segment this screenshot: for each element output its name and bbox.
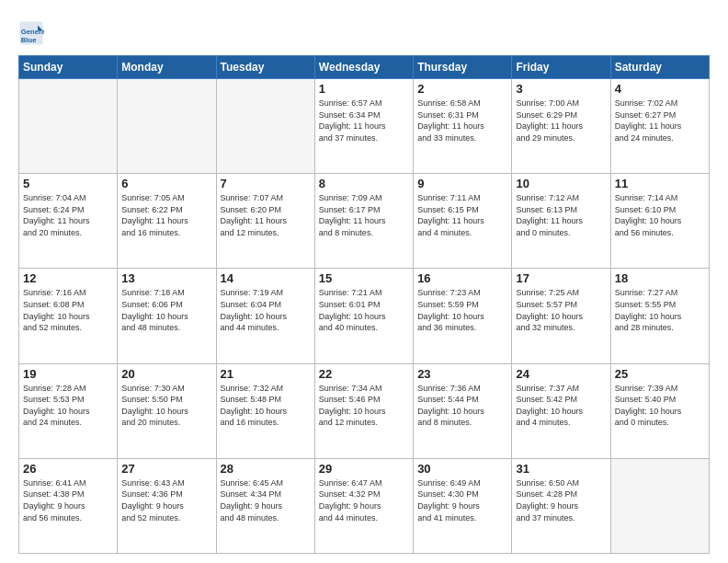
calendar-cell: 11Sunrise: 7:14 AM Sunset: 6:10 PM Dayli… (610, 174, 709, 269)
cell-day-number: 17 (516, 271, 606, 285)
cell-info: Sunrise: 7:23 AM Sunset: 5:59 PM Dayligh… (417, 287, 507, 333)
cell-day-number: 8 (319, 177, 409, 190)
logo: General Blue (18, 20, 48, 46)
calendar-week-1: 5Sunrise: 7:04 AM Sunset: 6:24 PM Daylig… (19, 174, 710, 269)
calendar-week-3: 19Sunrise: 7:28 AM Sunset: 5:53 PM Dayli… (19, 363, 710, 458)
cell-info: Sunrise: 7:11 AM Sunset: 6:15 PM Dayligh… (417, 192, 507, 238)
cell-info: Sunrise: 7:05 AM Sunset: 6:22 PM Dayligh… (121, 192, 211, 238)
logo-icon: General Blue (18, 20, 44, 46)
calendar-week-0: 1Sunrise: 6:57 AM Sunset: 6:34 PM Daylig… (19, 79, 710, 174)
cell-day-number: 10 (516, 177, 606, 190)
cell-info: Sunrise: 7:21 AM Sunset: 6:01 PM Dayligh… (319, 287, 409, 333)
cell-info: Sunrise: 7:16 AM Sunset: 6:08 PM Dayligh… (23, 287, 113, 333)
calendar-cell: 6Sunrise: 7:05 AM Sunset: 6:22 PM Daylig… (118, 174, 216, 269)
calendar-cell: 17Sunrise: 7:25 AM Sunset: 5:57 PM Dayli… (512, 269, 610, 363)
cell-info: Sunrise: 7:37 AM Sunset: 5:42 PM Dayligh… (516, 383, 606, 429)
cell-info: Sunrise: 6:58 AM Sunset: 6:31 PM Dayligh… (417, 98, 507, 144)
cell-day-number: 29 (319, 462, 409, 476)
calendar-cell (216, 79, 314, 174)
cell-info: Sunrise: 7:27 AM Sunset: 5:55 PM Dayligh… (615, 287, 705, 333)
calendar-cell: 7Sunrise: 7:07 AM Sunset: 6:20 PM Daylig… (216, 174, 314, 269)
cell-day-number: 12 (23, 271, 113, 285)
cell-day-number: 11 (615, 177, 705, 190)
cell-info: Sunrise: 7:39 AM Sunset: 5:40 PM Dayligh… (615, 383, 705, 429)
cell-day-number: 7 (221, 177, 311, 190)
calendar-cell: 22Sunrise: 7:34 AM Sunset: 5:46 PM Dayli… (314, 363, 413, 458)
cell-day-number: 31 (516, 462, 606, 476)
calendar-cell: 16Sunrise: 7:23 AM Sunset: 5:59 PM Dayli… (414, 269, 512, 363)
cell-day-number: 24 (516, 367, 606, 381)
cell-day-number: 1 (319, 82, 409, 96)
cell-day-number: 4 (615, 82, 705, 96)
calendar-cell: 3Sunrise: 7:00 AM Sunset: 6:29 PM Daylig… (512, 79, 610, 174)
calendar-cell: 8Sunrise: 7:09 AM Sunset: 6:17 PM Daylig… (314, 174, 413, 269)
cell-info: Sunrise: 7:07 AM Sunset: 6:20 PM Dayligh… (221, 192, 311, 238)
calendar-cell: 10Sunrise: 7:12 AM Sunset: 6:13 PM Dayli… (512, 174, 610, 269)
cell-day-number: 14 (221, 271, 311, 285)
calendar-cell (610, 458, 709, 553)
calendar-header-row: SundayMondayTuesdayWednesdayThursdayFrid… (19, 56, 710, 79)
calendar-cell: 5Sunrise: 7:04 AM Sunset: 6:24 PM Daylig… (19, 174, 118, 269)
calendar-header-wednesday: Wednesday (314, 56, 413, 79)
cell-info: Sunrise: 6:50 AM Sunset: 4:28 PM Dayligh… (516, 477, 606, 523)
cell-day-number: 15 (319, 271, 409, 285)
cell-info: Sunrise: 7:04 AM Sunset: 6:24 PM Dayligh… (23, 192, 113, 238)
calendar-cell: 13Sunrise: 7:18 AM Sunset: 6:06 PM Dayli… (118, 269, 216, 363)
cell-day-number: 30 (417, 462, 507, 476)
cell-day-number: 3 (516, 82, 606, 96)
calendar-cell: 29Sunrise: 6:47 AM Sunset: 4:32 PM Dayli… (314, 458, 413, 553)
cell-day-number: 25 (615, 367, 705, 381)
calendar-cell: 12Sunrise: 7:16 AM Sunset: 6:08 PM Dayli… (19, 269, 118, 363)
calendar-cell: 24Sunrise: 7:37 AM Sunset: 5:42 PM Dayli… (512, 363, 610, 458)
cell-day-number: 27 (121, 462, 211, 476)
cell-info: Sunrise: 7:36 AM Sunset: 5:44 PM Dayligh… (417, 383, 507, 429)
cell-info: Sunrise: 7:14 AM Sunset: 6:10 PM Dayligh… (615, 192, 705, 238)
cell-info: Sunrise: 7:25 AM Sunset: 5:57 PM Dayligh… (516, 287, 606, 333)
cell-day-number: 5 (23, 177, 113, 190)
cell-info: Sunrise: 7:12 AM Sunset: 6:13 PM Dayligh… (516, 192, 606, 238)
calendar-cell: 25Sunrise: 7:39 AM Sunset: 5:40 PM Dayli… (610, 363, 709, 458)
cell-info: Sunrise: 6:47 AM Sunset: 4:32 PM Dayligh… (319, 477, 409, 523)
cell-day-number: 13 (121, 271, 211, 285)
cell-day-number: 26 (23, 462, 113, 476)
calendar-cell: 15Sunrise: 7:21 AM Sunset: 6:01 PM Dayli… (314, 269, 413, 363)
calendar-header-friday: Friday (512, 56, 610, 79)
cell-day-number: 20 (121, 367, 211, 381)
calendar-cell: 28Sunrise: 6:45 AM Sunset: 4:34 PM Dayli… (216, 458, 314, 553)
calendar-cell: 4Sunrise: 7:02 AM Sunset: 6:27 PM Daylig… (610, 79, 709, 174)
cell-info: Sunrise: 6:57 AM Sunset: 6:34 PM Dayligh… (319, 98, 409, 144)
calendar-cell: 19Sunrise: 7:28 AM Sunset: 5:53 PM Dayli… (19, 363, 118, 458)
page: General Blue SundayMondayTuesdayWednesda… (0, 0, 728, 563)
cell-info: Sunrise: 7:02 AM Sunset: 6:27 PM Dayligh… (615, 98, 705, 144)
calendar-cell: 23Sunrise: 7:36 AM Sunset: 5:44 PM Dayli… (414, 363, 512, 458)
calendar-header-sunday: Sunday (19, 56, 118, 79)
cell-info: Sunrise: 6:41 AM Sunset: 4:38 PM Dayligh… (23, 477, 113, 523)
cell-day-number: 6 (121, 177, 211, 190)
calendar-cell (19, 79, 118, 174)
cell-info: Sunrise: 7:18 AM Sunset: 6:06 PM Dayligh… (121, 287, 211, 333)
cell-day-number: 28 (221, 462, 311, 476)
calendar-cell (118, 79, 216, 174)
cell-info: Sunrise: 6:45 AM Sunset: 4:34 PM Dayligh… (221, 477, 311, 523)
calendar-cell: 9Sunrise: 7:11 AM Sunset: 6:15 PM Daylig… (414, 174, 512, 269)
cell-info: Sunrise: 6:43 AM Sunset: 4:36 PM Dayligh… (121, 477, 211, 523)
cell-day-number: 19 (23, 367, 113, 381)
cell-day-number: 2 (417, 82, 507, 96)
calendar-header-thursday: Thursday (414, 56, 512, 79)
calendar-cell: 20Sunrise: 7:30 AM Sunset: 5:50 PM Dayli… (118, 363, 216, 458)
header: General Blue (18, 17, 710, 46)
calendar-cell: 30Sunrise: 6:49 AM Sunset: 4:30 PM Dayli… (414, 458, 512, 553)
cell-info: Sunrise: 7:32 AM Sunset: 5:48 PM Dayligh… (221, 383, 311, 429)
calendar-cell: 2Sunrise: 6:58 AM Sunset: 6:31 PM Daylig… (414, 79, 512, 174)
cell-day-number: 18 (615, 271, 705, 285)
calendar-header-tuesday: Tuesday (216, 56, 314, 79)
cell-info: Sunrise: 7:19 AM Sunset: 6:04 PM Dayligh… (221, 287, 311, 333)
calendar-cell: 1Sunrise: 6:57 AM Sunset: 6:34 PM Daylig… (314, 79, 413, 174)
cell-day-number: 9 (417, 177, 507, 190)
svg-text:Blue: Blue (21, 36, 37, 44)
calendar-cell: 26Sunrise: 6:41 AM Sunset: 4:38 PM Dayli… (19, 458, 118, 553)
calendar-cell: 14Sunrise: 7:19 AM Sunset: 6:04 PM Dayli… (216, 269, 314, 363)
calendar-header-saturday: Saturday (610, 56, 709, 79)
calendar-week-2: 12Sunrise: 7:16 AM Sunset: 6:08 PM Dayli… (19, 269, 710, 363)
cell-info: Sunrise: 6:49 AM Sunset: 4:30 PM Dayligh… (417, 477, 507, 523)
